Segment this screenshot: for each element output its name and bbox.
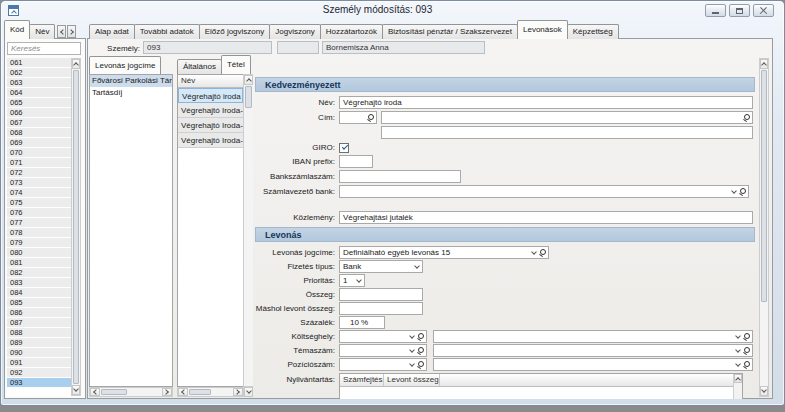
code-list-item[interactable]: 069 — [7, 138, 71, 147]
column-szamfejtes[interactable]: Számfejtés — [340, 374, 384, 386]
scroll-down-button[interactable] — [760, 386, 768, 396]
code-list-item[interactable]: 086 — [7, 308, 71, 317]
code-list-item[interactable]: 078 — [7, 228, 71, 237]
deduction-title-item[interactable]: Tartásdíj — [90, 87, 172, 99]
code-list-item[interactable]: 079 — [7, 238, 71, 247]
temaszam-combobox[interactable] — [339, 344, 427, 357]
lookup-icon[interactable] — [416, 332, 423, 341]
code-list-item[interactable]: 087 — [7, 318, 71, 327]
code-list-item[interactable]: 089 — [7, 338, 71, 347]
tab-levonások[interactable]: Levonások — [517, 20, 568, 39]
szazalek-input[interactable] — [339, 316, 385, 329]
code-list-item[interactable]: 063 — [7, 78, 71, 87]
scroll-down-button[interactable] — [72, 385, 80, 395]
titlebar[interactable]: Személy módosítás: 093 — [1, 1, 784, 20]
code-list-item[interactable]: 065 — [7, 98, 71, 107]
code-list-item[interactable]: 062 — [7, 68, 71, 77]
tab-nev[interactable]: Név — [29, 24, 55, 39]
giro-checkbox[interactable] — [339, 143, 349, 153]
code-list-item[interactable]: 061 — [7, 58, 71, 67]
code-list-item[interactable]: 071 — [7, 158, 71, 167]
maximize-button[interactable] — [729, 4, 750, 17]
code-list-item[interactable]: 080 — [7, 248, 71, 257]
scrollbar-thumb[interactable] — [73, 70, 79, 384]
lookup-icon[interactable] — [538, 248, 545, 257]
code-list-item[interactable]: 088 — [7, 328, 71, 337]
tab-scroll-right-button[interactable] — [67, 25, 76, 38]
lookup-icon[interactable] — [738, 187, 745, 196]
scrollbar-thumb[interactable] — [101, 389, 127, 395]
cim-zip-field[interactable] — [339, 111, 377, 124]
scroll-up-button[interactable] — [244, 75, 253, 85]
close-button[interactable] — [753, 4, 774, 17]
tab-levonas-jogcime[interactable]: Levonás jogcíme — [89, 56, 161, 74]
chevron-down-icon[interactable] — [731, 188, 737, 194]
scroll-left-button[interactable] — [178, 388, 188, 396]
items-table-header[interactable]: Név — [178, 75, 243, 88]
code-list-item[interactable]: 074 — [7, 188, 71, 197]
chevron-down-icon[interactable] — [735, 361, 741, 367]
code-list-item[interactable]: 068 — [7, 128, 71, 137]
items-table-row[interactable]: Végrehajtó iroda — [178, 88, 243, 103]
tab-képzettség[interactable]: Képzettség — [567, 24, 619, 39]
fizetes-tipus-combobox[interactable]: Bank — [339, 260, 423, 273]
code-list-item[interactable]: 083 — [7, 278, 71, 287]
minimize-button[interactable] — [705, 4, 726, 17]
szamlavezeto-bank-combobox[interactable] — [339, 185, 749, 198]
chevron-down-icon[interactable] — [409, 333, 415, 339]
chevron-down-icon[interactable] — [735, 333, 741, 339]
deduction-list-hscrollbar[interactable] — [89, 387, 173, 397]
tab-biztosítási-pénztár-szakszervezet[interactable]: Biztosítási pénztár / Szakszervezet — [382, 24, 518, 39]
tab-további-adatok[interactable]: További adatok — [134, 24, 200, 39]
search-input[interactable] — [7, 42, 81, 55]
code-list-item[interactable]: 064 — [7, 88, 71, 97]
scrollbar-thumb[interactable] — [189, 389, 211, 395]
code-list-item[interactable]: 070 — [7, 148, 71, 157]
items-table-row[interactable]: Végrehajtó Iroda- — [178, 133, 243, 148]
items-table-rows[interactable]: Végrehajtó irodaVégrehajtó Iroda-Végreha… — [178, 88, 243, 148]
tab-kod[interactable]: Kód — [4, 20, 30, 39]
code-list-item[interactable]: 092 — [7, 368, 71, 377]
code-list-item[interactable]: 085 — [7, 298, 71, 307]
code-list-item[interactable]: 082 — [7, 268, 71, 277]
tab-hozzátartozók[interactable]: Hozzátartozók — [320, 24, 383, 39]
chevron-down-icon[interactable] — [409, 361, 415, 367]
chevron-down-icon[interactable] — [409, 347, 415, 353]
osszeg-input[interactable] — [339, 288, 423, 301]
pozicioszam-combobox[interactable] — [339, 358, 427, 371]
iban-prefix-input[interactable] — [339, 155, 373, 168]
chevron-down-icon[interactable] — [531, 249, 537, 255]
deduction-title-list[interactable]: Fővárosi Parkolási TársuláTartásdíj — [89, 74, 173, 387]
scroll-down-button[interactable] — [244, 387, 253, 397]
temaszam-name-combobox[interactable] — [433, 344, 753, 357]
lookup-icon[interactable] — [416, 360, 423, 369]
mashol-levont-osszeg-input[interactable] — [339, 302, 423, 315]
scroll-up-button[interactable] — [734, 374, 742, 383]
scroll-up-button[interactable] — [72, 59, 80, 69]
items-table-row[interactable]: Végrehajtó Iroda- — [178, 118, 243, 133]
code-list[interactable]: 0610620630640650660670680690700710720730… — [7, 58, 71, 396]
items-table-vscrollbar[interactable] — [243, 74, 253, 387]
lookup-icon[interactable] — [742, 332, 749, 341]
scroll-right-button[interactable] — [233, 388, 243, 396]
lookup-icon[interactable] — [416, 346, 423, 355]
bankszamlaszam-input[interactable] — [339, 170, 461, 183]
tab-előző-jogviszony[interactable]: Előző jogviszony — [199, 24, 271, 39]
prioritas-combobox[interactable]: 1 — [339, 274, 365, 287]
cim-street-input[interactable] — [381, 126, 753, 139]
tab-scroll-left-button[interactable] — [57, 25, 66, 38]
code-list-item[interactable]: 077 — [7, 218, 71, 227]
chevron-down-icon[interactable] — [735, 347, 741, 353]
code-list-item[interactable]: 093 — [7, 378, 71, 387]
cim-city-field[interactable] — [381, 111, 753, 124]
code-list-item[interactable]: 073 — [7, 178, 71, 187]
column-levont-osszeg[interactable]: Levont összeg — [384, 374, 440, 386]
tab-általános[interactable]: Általános — [177, 59, 222, 74]
nyilvantartas-table-scrollbar[interactable] — [733, 374, 742, 399]
lookup-icon[interactable] — [742, 113, 749, 122]
code-list-item[interactable]: 072 — [7, 168, 71, 177]
form-scrollbar[interactable] — [759, 58, 769, 397]
code-list-item[interactable]: 075 — [7, 198, 71, 207]
pozicioszam-name-combobox[interactable] — [433, 358, 753, 371]
code-list-item[interactable]: 066 — [7, 108, 71, 117]
